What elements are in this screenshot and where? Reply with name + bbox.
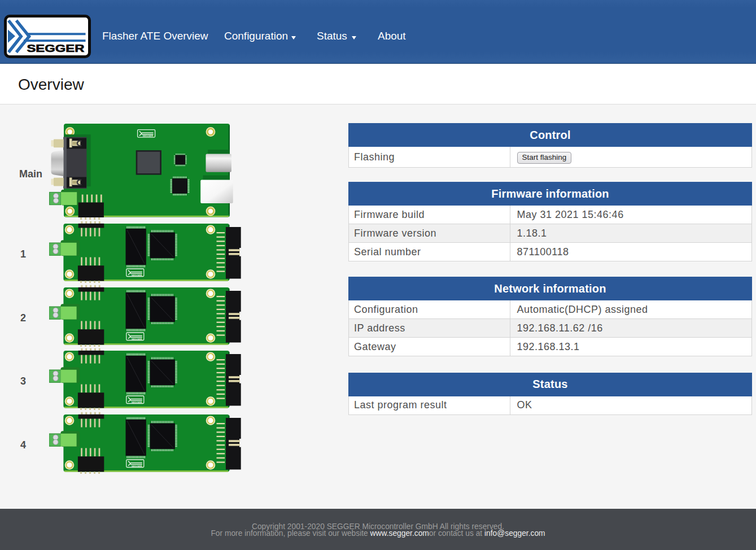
svg-text:SEGGER: SEGGER bbox=[27, 42, 84, 54]
